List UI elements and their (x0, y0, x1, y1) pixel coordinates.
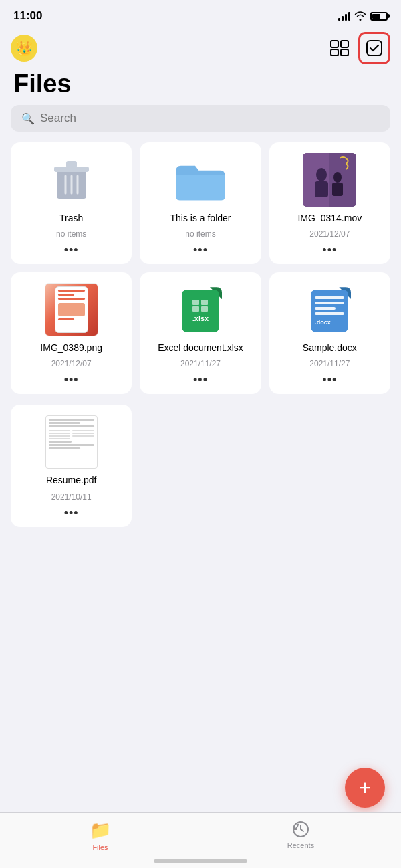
svg-rect-14 (315, 181, 328, 197)
file-more-docx[interactable]: ••• (322, 374, 337, 386)
folder-icon (174, 153, 227, 207)
file-card-folder[interactable]: This is a folder no items ••• (140, 142, 261, 264)
docx-icon: .docx (303, 283, 356, 336)
svg-rect-12 (303, 153, 329, 207)
files-tab-icon: 📁 (90, 820, 111, 841)
file-meta-trash: no items (56, 229, 86, 239)
files-grid: Trash no items ••• This is a folder no i… (0, 142, 401, 394)
file-meta-pdf: 2021/10/11 (51, 492, 92, 502)
file-name-folder: This is a folder (170, 212, 231, 224)
svg-point-15 (333, 172, 342, 183)
trash-icon (45, 153, 98, 207)
search-container: 🔍 (0, 105, 401, 142)
file-card-png[interactable]: IMG_0389.png 2021/12/07 ••• (11, 272, 132, 394)
file-more-pdf[interactable]: ••• (64, 507, 79, 519)
file-card-trash[interactable]: Trash no items ••• (11, 142, 132, 264)
tab-recents-label: Recents (287, 841, 314, 849)
svg-rect-4 (367, 41, 382, 56)
file-card-xlsx[interactable]: .xlsx Excel document.xlsx 2021/11/27 ••• (140, 272, 261, 394)
grid-icon (330, 40, 349, 56)
file-card-docx[interactable]: .docx Sample.docx 2021/11/27 ••• (269, 272, 390, 394)
add-button[interactable]: + (345, 768, 385, 808)
wifi-icon (354, 11, 366, 21)
xlsx-icon: .xlsx (174, 283, 227, 336)
file-meta-video: 2021/12/07 (309, 229, 350, 239)
file-name-png: IMG_0389.png (40, 342, 102, 354)
tab-recents[interactable]: Recents (274, 820, 327, 849)
file-meta-png: 2021/12/07 (51, 359, 92, 368)
checkmark-square-icon (366, 39, 383, 57)
file-name-xlsx: Excel document.xlsx (158, 342, 243, 354)
svg-rect-1 (341, 41, 348, 47)
signal-icon (338, 11, 350, 21)
home-indicator (154, 859, 247, 863)
file-more-trash[interactable]: ••• (64, 244, 79, 256)
png-thumbnail (45, 283, 98, 336)
search-bar[interactable]: 🔍 (11, 105, 390, 132)
file-more-png[interactable]: ••• (64, 374, 79, 386)
header-actions (326, 32, 390, 64)
svg-rect-16 (332, 183, 343, 196)
svg-rect-0 (331, 41, 338, 47)
pdf-thumbnail (45, 415, 98, 469)
header: 👑 (0, 29, 401, 67)
select-button[interactable] (358, 32, 390, 64)
svg-point-13 (316, 168, 327, 181)
file-meta-folder: no items (185, 229, 215, 239)
file-card-pdf[interactable]: Resume.pdf 2021/10/11 ••• (11, 405, 132, 526)
status-icons (338, 11, 388, 21)
file-name-video: IMG_0314.mov (297, 212, 362, 224)
file-name-docx: Sample.docx (303, 342, 357, 354)
svg-rect-3 (341, 49, 348, 56)
file-name-trash: Trash (59, 212, 83, 224)
svg-rect-7 (66, 161, 77, 168)
files-grid-bottom: Resume.pdf 2021/10/11 ••• (0, 405, 401, 526)
file-meta-xlsx: 2021/11/27 (180, 359, 221, 368)
svg-rect-2 (331, 49, 338, 56)
grid-view-button[interactable] (326, 35, 353, 62)
video-thumbnail (303, 153, 356, 207)
avatar[interactable]: 👑 (11, 35, 37, 62)
file-meta-docx: 2021/11/27 (309, 359, 350, 368)
file-more-video[interactable]: ••• (322, 244, 337, 256)
plus-icon: + (359, 777, 372, 798)
tab-files[interactable]: 📁 Files (74, 820, 127, 851)
search-icon: 🔍 (21, 112, 35, 125)
tab-files-label: Files (92, 843, 108, 851)
battery-icon (370, 12, 388, 21)
recents-tab-icon (291, 820, 310, 839)
file-more-folder[interactable]: ••• (193, 244, 208, 256)
status-time: 11:00 (13, 9, 42, 23)
page-title: Files (0, 67, 401, 105)
file-more-xlsx[interactable]: ••• (193, 374, 208, 386)
file-name-pdf: Resume.pdf (46, 474, 96, 486)
status-bar: 11:00 (0, 0, 401, 29)
file-card-video[interactable]: IMG_0314.mov 2021/12/07 ••• (269, 142, 390, 264)
search-input[interactable] (40, 112, 380, 125)
